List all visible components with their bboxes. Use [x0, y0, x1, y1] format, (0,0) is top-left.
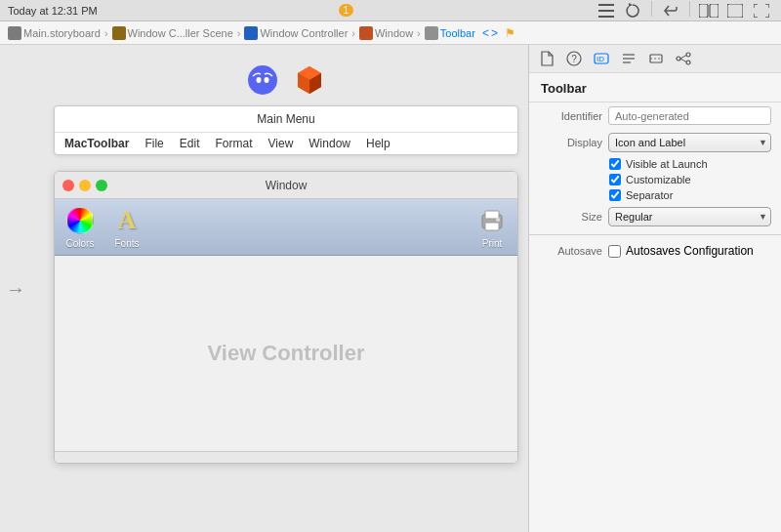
identifier-row: Identifier	[529, 102, 781, 129]
window-toolbar: Colors A Fonts	[55, 199, 517, 256]
breadcrumb-storyboard[interactable]: Main.storyboard	[23, 27, 101, 39]
menu-item-format[interactable]: Format	[213, 136, 254, 151]
warning-badge[interactable]: 1	[339, 4, 354, 17]
window-mock: Window Colors A	[54, 171, 518, 464]
visible-at-launch-row: Visible at Launch	[529, 156, 781, 172]
separator2	[689, 1, 690, 17]
svg-point-17	[496, 218, 500, 222]
breadcrumb-wc[interactable]: Window Controller	[260, 27, 348, 39]
svg-rect-15	[485, 211, 499, 219]
bc-nav-left[interactable]: <	[482, 26, 489, 40]
window-controls	[62, 180, 107, 191]
svg-rect-6	[727, 4, 743, 18]
circular-arrow-icon[interactable]	[621, 1, 644, 20]
app-icons-row	[54, 64, 518, 96]
close-button[interactable]	[62, 180, 74, 191]
return-icon[interactable]	[659, 1, 682, 20]
breadcrumb-sep4: ›	[417, 27, 421, 39]
identity-inspector-icon[interactable]: ID	[592, 49, 611, 68]
fonts-label: Fonts	[114, 238, 139, 249]
svg-line-31	[680, 59, 686, 62]
main-area: →	[0, 45, 781, 532]
breadcrumb-sep2: ›	[237, 27, 241, 39]
print-icon	[476, 205, 508, 236]
attributes-inspector-icon[interactable]	[619, 49, 638, 68]
visible-at-launch-label: Visible at Launch	[626, 158, 708, 170]
autosave-row: Autosave Autosaves Configuration	[529, 239, 781, 263]
bc-flag-icon: ⚑	[505, 26, 515, 40]
svg-rect-1	[598, 10, 614, 12]
identifier-input[interactable]	[608, 106, 771, 125]
display-select[interactable]: Icon and Label Icon Only Label Only	[608, 133, 771, 152]
size-select[interactable]: Regular Small	[608, 207, 771, 226]
canvas-area: →	[0, 45, 528, 532]
window-icon-bc	[359, 26, 373, 40]
menu-item-file[interactable]: File	[143, 136, 165, 151]
menu-item-mactoolbar[interactable]: MacToolbar	[62, 136, 131, 151]
discord-icon	[247, 64, 278, 96]
toolbar-item-fonts[interactable]: A Fonts	[111, 205, 143, 249]
breadcrumb-scene[interactable]: Window C...ller Scene	[128, 27, 233, 39]
colors-wheel-icon	[64, 205, 96, 236]
svg-rect-5	[710, 4, 719, 18]
editor-icon[interactable]	[723, 1, 747, 20]
window-bottom	[55, 451, 517, 463]
svg-point-9	[265, 77, 269, 83]
top-right-icons	[595, 1, 773, 20]
menu-item-help[interactable]: Help	[364, 136, 392, 151]
breadcrumb-bar: Main.storyboard › Window C...ller Scene …	[0, 21, 781, 45]
svg-rect-16	[485, 223, 499, 230]
toolbar-icon-bc	[425, 26, 438, 40]
bc-nav-right[interactable]: >	[491, 26, 498, 40]
menu-item-view[interactable]: View	[267, 136, 296, 151]
svg-line-30	[680, 56, 686, 60]
fonts-icon: A	[111, 205, 143, 236]
maximize-button[interactable]	[96, 180, 107, 191]
cube-icon	[294, 64, 325, 96]
svg-text:?: ?	[571, 54, 577, 64]
svg-rect-2	[598, 16, 614, 18]
customizable-label: Customizable	[626, 174, 691, 185]
breadcrumb-sep1: ›	[104, 27, 108, 39]
breadcrumb-sep3: ›	[351, 27, 355, 39]
svg-point-29	[686, 61, 690, 64]
size-inspector-icon[interactable]	[646, 49, 666, 68]
menu-item-edit[interactable]: Edit	[178, 136, 202, 151]
separator-label: Separator	[626, 189, 673, 201]
main-menu-container: Main Menu MacToolbar File Edit Format Vi…	[54, 105, 518, 155]
minimize-button[interactable]	[79, 180, 91, 191]
view-controller-label: View Controller	[208, 341, 365, 366]
svg-marker-3	[629, 3, 633, 7]
menu-item-window[interactable]: Window	[307, 136, 352, 151]
view-controller-area: View Controller	[55, 256, 517, 451]
main-menu-bar: MacToolbar File Edit Format View Window …	[55, 133, 517, 154]
quick-help-icon[interactable]: ?	[564, 49, 584, 68]
visible-at-launch-checkbox[interactable]	[609, 158, 621, 170]
left-arrow: →	[0, 277, 31, 300]
lines-icon[interactable]	[595, 1, 618, 20]
wc-icon	[244, 26, 258, 40]
display-label: Display	[539, 137, 602, 148]
svg-text:ID: ID	[596, 55, 604, 63]
main-menu-title: Main Menu	[55, 106, 517, 133]
canvas-inner: Main Menu MacToolbar File Edit Format Vi…	[54, 64, 518, 522]
identifier-label: Identifier	[539, 110, 602, 122]
autosave-checkbox[interactable]	[608, 245, 621, 258]
customizable-checkbox[interactable]	[609, 174, 621, 185]
separator-checkbox[interactable]	[609, 189, 621, 201]
file-inspector-icon[interactable]	[537, 49, 556, 68]
scene-icon	[112, 26, 126, 40]
toolbar-item-colors[interactable]: Colors	[64, 205, 96, 249]
separator-row: Separator	[529, 187, 781, 203]
fullscreen-icon[interactable]	[750, 1, 773, 20]
breadcrumb-window[interactable]: Window	[375, 27, 413, 39]
inspector-panel: ? ID Toolbar Identifier Display	[528, 45, 781, 532]
storyboard-icon	[8, 26, 21, 40]
breadcrumb-toolbar[interactable]: Toolbar	[440, 27, 475, 39]
connections-inspector-icon[interactable]	[674, 49, 693, 68]
display-select-wrap: Icon and Label Icon Only Label Only ▼	[608, 133, 771, 152]
split-horizontal-icon[interactable]	[697, 1, 720, 20]
svg-point-28	[686, 53, 690, 57]
svg-point-7	[248, 65, 277, 95]
toolbar-item-print[interactable]: Print	[476, 205, 508, 249]
